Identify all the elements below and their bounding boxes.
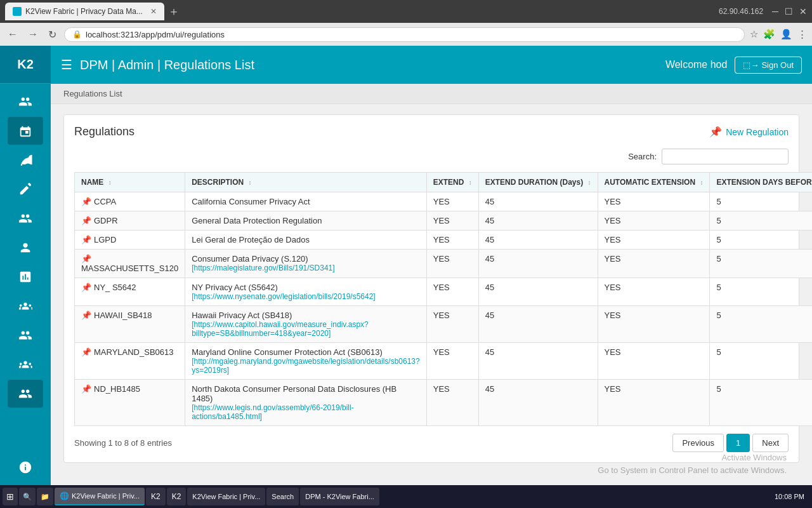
sidebar-item-people-group-2[interactable] bbox=[8, 292, 43, 320]
panel-header: Regulations 📌 New Regulation bbox=[74, 125, 789, 138]
taskbar-cortana[interactable]: 📁 bbox=[37, 488, 53, 505]
cell-extend-duration: 45 bbox=[478, 250, 598, 278]
row-pin-icon: 📌 bbox=[81, 216, 91, 225]
search-label: Search: bbox=[628, 152, 657, 161]
cell-extend: YES bbox=[426, 192, 478, 211]
col-name[interactable]: NAME ↕ bbox=[75, 173, 185, 192]
col-description[interactable]: DESCRIPTION ↕ bbox=[185, 173, 427, 192]
sidebar-item-pin[interactable] bbox=[8, 117, 43, 145]
address-text[interactable]: localhost:3213/app/pdm/ui/regulations bbox=[86, 30, 225, 39]
sidebar-item-analytics[interactable] bbox=[8, 263, 43, 291]
search-row: Search: bbox=[74, 149, 789, 164]
desc-link[interactable]: [https://www.nysenate.gov/legislation/bi… bbox=[192, 292, 420, 301]
sidebar-item-people-group-4[interactable] bbox=[8, 351, 43, 378]
taskbar-item-browser[interactable]: 🌐 K2View Fabric | Priv... bbox=[55, 488, 145, 505]
previous-button[interactable]: Previous bbox=[672, 434, 724, 452]
cell-name: 📌MASSACHUSETTS_S120 bbox=[75, 250, 185, 278]
row-name-text[interactable]: GDPR bbox=[94, 216, 118, 225]
col-automatic-extension[interactable]: AUTOMATIC EXTENSION ↕ bbox=[598, 173, 710, 192]
cell-extend-duration: 45 bbox=[478, 380, 598, 426]
sidebar-item-edit[interactable] bbox=[8, 175, 43, 203]
table-row[interactable]: 📌GDPRGeneral Data Protection RegulationY… bbox=[75, 211, 813, 231]
reload-button[interactable]: ↻ bbox=[46, 27, 59, 42]
sidebar-item-waves[interactable] bbox=[8, 146, 43, 174]
menu-icon[interactable]: ⋮ bbox=[797, 29, 807, 40]
header-title: DPM | Admin | Regulations List bbox=[80, 58, 254, 72]
cell-automatic-extension: YES bbox=[598, 278, 710, 306]
row-name-text[interactable]: MASSACHUSETTS_S120 bbox=[81, 264, 178, 273]
welcome-text: Welcome hod bbox=[665, 59, 728, 70]
cell-description: Maryland Online Consumer Protection Act … bbox=[185, 343, 427, 380]
next-button[interactable]: Next bbox=[752, 434, 789, 452]
back-button[interactable]: ← bbox=[5, 27, 20, 41]
cell-name: 📌HAWAII_SB418 bbox=[75, 306, 185, 343]
taskbar-search[interactable]: 🔍 bbox=[19, 488, 36, 505]
desc-link[interactable]: [https://malegislature.gov/Bills/191/SD3… bbox=[192, 264, 420, 272]
search-input[interactable] bbox=[662, 149, 789, 164]
taskbar-item-dpm[interactable]: DPM - K2View Fabri... bbox=[300, 488, 379, 505]
desc-link[interactable]: [https://www.legis.nd.gov/assembly/66-20… bbox=[192, 403, 420, 421]
row-name-text[interactable]: ND_HB1485 bbox=[94, 384, 140, 394]
row-name-text[interactable]: NY_ S5642 bbox=[94, 283, 136, 292]
col-extension-days-before[interactable]: EXTENSION DAYS BEFORE DUE DATE ↕ bbox=[710, 173, 812, 192]
row-pin-icon: 📌 bbox=[81, 283, 91, 292]
cell-automatic-extension: YES bbox=[598, 380, 710, 426]
row-pin-icon: 📌 bbox=[81, 347, 91, 357]
table-row[interactable]: 📌MASSACHUSETTS_S120Consumer Data Privacy… bbox=[75, 250, 813, 278]
table-row[interactable]: 📌HAWAII_SB418Hawaii Privacy Act (SB418)[… bbox=[75, 306, 813, 343]
desc-text: Hawaii Privacy Act (SB418) bbox=[192, 311, 420, 320]
taskbar-time: 10:08 PM bbox=[775, 493, 804, 500]
col-extend[interactable]: EXTEND ↕ bbox=[426, 173, 478, 192]
desc-link[interactable]: [http://mgaleg.maryland.gov/mgawebsite/l… bbox=[192, 357, 420, 375]
taskbar-item-k2-2[interactable]: K2 bbox=[167, 488, 187, 505]
page-1-button[interactable]: 1 bbox=[726, 434, 750, 452]
sidebar-item-people-group[interactable] bbox=[8, 88, 43, 116]
sidebar-item-people-group-5[interactable] bbox=[8, 380, 43, 408]
taskbar-item-k2-1[interactable]: K2 bbox=[146, 488, 166, 505]
sidebar-item-info[interactable] bbox=[8, 453, 43, 481]
profile-icon[interactable]: 👤 bbox=[780, 29, 792, 40]
table-row[interactable]: 📌CCPACalifornia Consumer Privacy ActYES4… bbox=[75, 192, 813, 211]
sidebar-item-people[interactable] bbox=[8, 204, 43, 232]
cell-extend-duration: 45 bbox=[478, 231, 598, 250]
col-extend-duration[interactable]: EXTEND DURATION (Days) ↕ bbox=[478, 173, 598, 192]
cell-description: NY Privacy Act (S5642)[https://www.nysen… bbox=[185, 278, 427, 306]
sign-out-button[interactable]: ⬚→ Sign Out bbox=[735, 57, 802, 74]
row-name-text[interactable]: HAWAII_SB418 bbox=[94, 311, 152, 320]
cell-extension-days: 5 bbox=[710, 343, 812, 380]
browser-tab-title[interactable]: K2View Fabric | Privacy Data Ma... bbox=[25, 7, 143, 16]
table-footer: Showing 1 to 8 of 8 entries Previous 1 N… bbox=[74, 434, 789, 452]
pin-new-icon: 📌 bbox=[709, 126, 722, 138]
maximize-button[interactable]: ☐ bbox=[785, 6, 793, 17]
network-info: 62.90.46.162 bbox=[719, 7, 763, 16]
cell-extend-duration: 45 bbox=[478, 343, 598, 380]
minimize-button[interactable]: ─ bbox=[772, 6, 778, 17]
row-name-text[interactable]: MARYLAND_SB0613 bbox=[94, 347, 174, 357]
start-button[interactable]: ⊞ bbox=[3, 488, 18, 505]
sidebar-item-people-group-3[interactable] bbox=[8, 321, 43, 349]
taskbar-item-search[interactable]: Search bbox=[266, 488, 299, 505]
close-window-button[interactable]: ✕ bbox=[799, 6, 807, 17]
taskbar-item-k2view-2[interactable]: K2View Fabric | Priv... bbox=[187, 488, 265, 505]
cell-description: California Consumer Privacy Act bbox=[185, 192, 427, 211]
table-row[interactable]: 📌MARYLAND_SB0613Maryland Online Consumer… bbox=[75, 343, 813, 380]
new-regulation-button[interactable]: 📌 New Regulation bbox=[709, 126, 789, 138]
desc-link[interactable]: [https://www.capitol.hawaii.gov/measure_… bbox=[192, 320, 420, 338]
sign-out-icon: ⬚→ bbox=[743, 60, 759, 70]
table-row[interactable]: 📌ND_HB1485North Dakota Consumer Personal… bbox=[75, 380, 813, 426]
row-name-text[interactable]: LGPD bbox=[94, 235, 116, 244]
forward-button[interactable]: → bbox=[25, 27, 41, 41]
cell-automatic-extension: YES bbox=[598, 211, 710, 231]
cell-extend: YES bbox=[426, 211, 478, 231]
cell-extend: YES bbox=[426, 278, 478, 306]
sidebar-logo: K2 bbox=[17, 57, 34, 72]
table-row[interactable]: 📌LGPDLei Geral de Proteção de DadosYES45… bbox=[75, 231, 813, 250]
bookmark-icon[interactable]: ☆ bbox=[750, 29, 758, 40]
hamburger-menu[interactable]: ☰ bbox=[61, 57, 72, 72]
row-name-text[interactable]: CCPA bbox=[94, 197, 116, 206]
extensions-icon[interactable]: 🧩 bbox=[763, 29, 775, 40]
tab-close-button[interactable]: ✕ bbox=[150, 7, 157, 16]
new-tab-button[interactable]: ＋ bbox=[168, 4, 180, 19]
sidebar-item-person[interactable] bbox=[8, 234, 43, 262]
table-row[interactable]: 📌NY_ S5642NY Privacy Act (S5642)[https:/… bbox=[75, 278, 813, 306]
